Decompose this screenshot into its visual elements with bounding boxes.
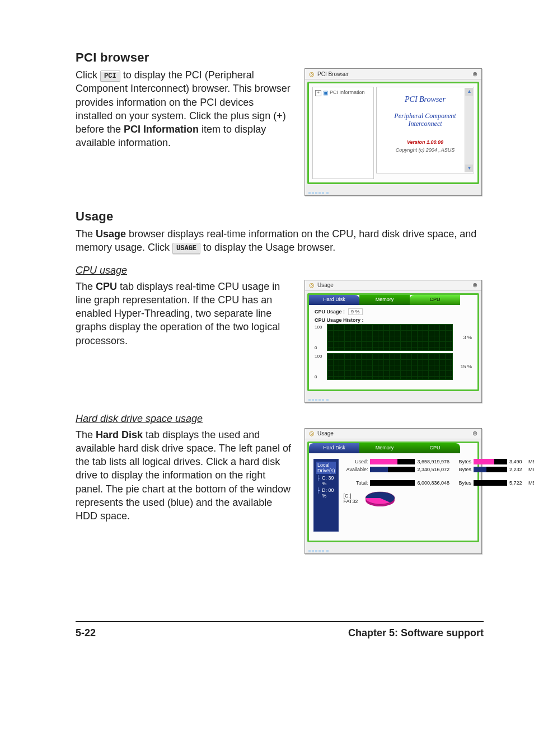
y-axis-bot: 0	[315, 374, 324, 379]
text: The	[76, 281, 93, 292]
used-mb-value: 3,490	[509, 459, 526, 464]
cpu-graph-1	[327, 324, 453, 351]
pci-browser-window: ◎ PCI Browser ⊗ + ▣ PCI Information PCI …	[305, 68, 482, 196]
close-icon[interactable]: ⊗	[471, 282, 478, 289]
tab-memory[interactable]: Memory	[359, 443, 410, 453]
window-title: Usage	[317, 430, 334, 436]
pci-tree[interactable]: + ▣ PCI Information	[312, 87, 374, 179]
window-footer-grip	[305, 544, 481, 553]
pci-info-panel: PCI Browser Peripheral Component Interco…	[376, 87, 474, 173]
y-axis-top: 100	[315, 325, 324, 330]
bytes-unit: Bytes	[458, 467, 471, 472]
bytes-unit: Bytes	[458, 459, 471, 464]
close-icon[interactable]: ⊗	[471, 71, 478, 77]
usage-cpu-window: ◎ Usage ⊗ Hard Disk Memory CPU CPU Usage…	[305, 280, 482, 403]
scrollbar[interactable]: ▴ ▾	[465, 88, 473, 172]
app-logo-icon: ◎	[308, 71, 315, 77]
drive-details-panel: Used: 3,658,919,976 Bytes 3,490 MB Avail…	[343, 459, 534, 532]
hdd-paragraph: The Hard Disk tab displays the used and …	[76, 428, 291, 523]
tab-hard-disk[interactable]: Hard Disk	[309, 443, 359, 453]
app-logo-icon: ◎	[308, 282, 315, 289]
text: The	[76, 228, 93, 240]
pie-fs-label: FAT32	[343, 499, 358, 504]
cpu-usage-value: 9 %	[348, 308, 363, 315]
tab-hard-disk[interactable]: Hard Disk	[309, 295, 359, 305]
text: Click	[76, 69, 97, 81]
used-label: Used:	[343, 459, 368, 464]
bytes-unit: Bytes	[458, 480, 471, 486]
panel-title: PCI Browser	[379, 95, 471, 104]
version-text: Version 1.00.00	[379, 139, 471, 145]
avail-mb-value: 2,232	[509, 467, 526, 472]
usage-button-icon[interactable]: USAGE	[172, 243, 200, 254]
text: to display the Usage browser.	[203, 242, 335, 253]
avail-label: Available:	[343, 467, 368, 472]
total-label: Total:	[343, 480, 368, 486]
total-mb-value: 5,722	[509, 480, 526, 486]
pie-drive-label: [C:]	[343, 493, 358, 499]
cpu2-percent: 15 %	[456, 364, 472, 369]
subhead-hdd-usage: Hard disk drive space usage	[76, 413, 484, 425]
drive-d-node[interactable]: D: 00 %	[316, 487, 336, 499]
usage-hdd-window: ◎ Usage ⊗ Hard Disk Memory CPU Local Dri…	[305, 428, 482, 554]
subhead-cpu-usage: CPU usage	[76, 265, 484, 276]
scroll-up-icon[interactable]: ▴	[465, 88, 473, 96]
expand-icon[interactable]: +	[315, 90, 321, 96]
cpu-history-label: CPU Usage History :	[315, 317, 472, 323]
copyright-text: Copyright (c) 2004 , ASUS	[379, 147, 471, 153]
total-mb-bar	[474, 480, 507, 486]
pci-paragraph: Click PCI to display the PCI (Peripheral…	[76, 68, 291, 150]
hdd-pie-chart	[363, 489, 397, 508]
usage-tabs: Hard Disk Memory CPU	[309, 295, 477, 305]
chapter-title: Chapter 5: Software support	[348, 627, 484, 639]
scroll-down-icon[interactable]: ▾	[465, 165, 473, 172]
folder-icon: ▣	[323, 90, 328, 96]
cpu-usage-label: CPU Usage :	[315, 309, 345, 314]
drive-tree-root[interactable]: Local Drive(s)	[316, 462, 336, 474]
y-axis-top: 100	[315, 354, 324, 359]
tab-memory[interactable]: Memory	[359, 295, 410, 305]
window-footer-grip	[305, 393, 481, 402]
heading-usage: Usage	[76, 209, 484, 224]
pci-button-icon[interactable]: PCI	[100, 71, 120, 82]
page-number: 5-22	[76, 627, 96, 639]
hdd-bold: Hard Disk	[96, 429, 143, 440]
window-footer-grip	[305, 186, 481, 195]
heading-pci-browser: PCI browser	[76, 50, 484, 65]
usage-paragraph: The Usage browser displays real-time inf…	[76, 227, 484, 255]
used-bytes-bar	[370, 459, 415, 464]
cpu-bold: CPU	[96, 281, 117, 292]
used-mb-bar	[474, 459, 507, 464]
mb-unit: MB	[528, 480, 534, 486]
y-axis-bot: 0	[315, 345, 324, 350]
cpu-paragraph: The CPU tab displays real-time CPU usage…	[76, 280, 291, 348]
pci-info-bold: PCI Information	[124, 124, 199, 135]
cpu1-percent: 3 %	[456, 335, 472, 340]
mb-unit: MB	[528, 459, 534, 464]
mb-unit: MB	[528, 467, 534, 472]
total-bytes-bar	[370, 480, 415, 486]
usage-tabs: Hard Disk Memory CPU	[309, 443, 477, 453]
app-logo-icon: ◎	[308, 430, 315, 437]
text: The	[76, 429, 93, 440]
avail-bytes-bar	[370, 467, 415, 472]
avail-mb-bar	[474, 467, 507, 472]
avail-bytes-value: 2,340,516,072	[417, 467, 456, 472]
tab-cpu[interactable]: CPU	[410, 295, 460, 305]
drive-c-node[interactable]: C: 39 %	[316, 475, 336, 486]
close-icon[interactable]: ⊗	[471, 430, 478, 437]
drive-tree[interactable]: Local Drive(s) C: 39 % D: 00 %	[313, 459, 339, 532]
usage-bold: Usage	[96, 228, 126, 240]
used-bytes-value: 3,658,919,976	[417, 459, 456, 464]
panel-subtitle: Peripheral Component Interconnect	[379, 112, 471, 128]
total-bytes-value: 6,000,836,048	[417, 480, 456, 486]
cpu-graph-2	[327, 353, 453, 380]
tab-cpu[interactable]: CPU	[410, 443, 460, 453]
window-title: PCI Browser	[317, 71, 349, 77]
tree-item-label[interactable]: PCI Information	[330, 90, 365, 95]
text: tab displays the used and available hard…	[76, 429, 291, 522]
window-title: Usage	[317, 282, 334, 288]
